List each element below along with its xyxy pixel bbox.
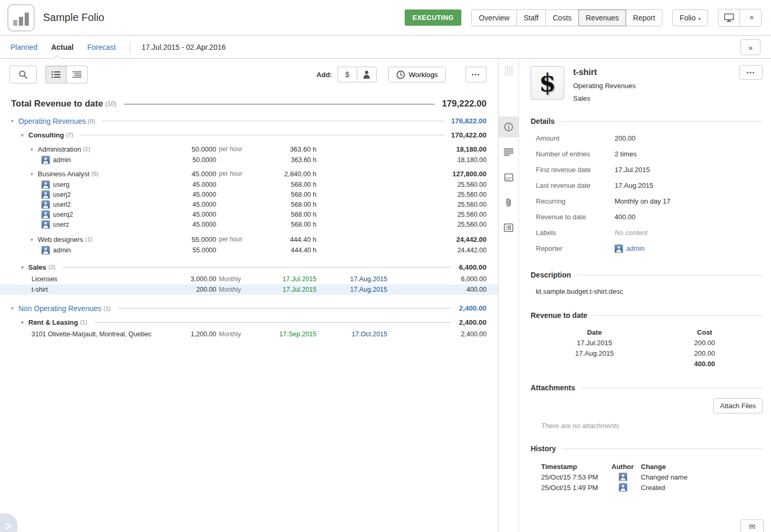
- rail-tab-description[interactable]: [499, 142, 519, 163]
- tree-row-user[interactable]: userj2 45.0000 568.00 h 25,560.00: [0, 189, 498, 199]
- tab-overview[interactable]: Overview: [471, 9, 516, 26]
- more-actions-button[interactable]: •••: [466, 67, 487, 82]
- view-tab-forecast[interactable]: Forecast: [87, 43, 115, 51]
- divider: [102, 121, 444, 121]
- view-mode-toggle: [45, 66, 88, 83]
- history-list-icon: [504, 224, 513, 232]
- tree-row-user[interactable]: userl2 45.0000 568.00 h 25,560.00: [0, 199, 498, 209]
- tree-view-button[interactable]: [66, 66, 88, 83]
- tree-row-group[interactable]: ▾ Operating Revenues (9) 176,822.00: [0, 114, 498, 128]
- tree-row-role[interactable]: ▾ Web designers (1) 55.0000 per hour 444…: [0, 233, 498, 245]
- tree-row-subgroup[interactable]: ▾ Rent & Leasing (1) 2,400.00: [0, 315, 498, 329]
- row-hours: 444.40 h: [247, 233, 316, 245]
- field-value: 2 times: [615, 150, 637, 158]
- list-view-button[interactable]: [45, 66, 67, 83]
- tree-row-role[interactable]: ▾ Administration (1) 50.0000 per hour 36…: [0, 143, 498, 155]
- row-count: (2): [48, 264, 55, 270]
- detail-more-button[interactable]: •••: [740, 65, 763, 80]
- folio-menu-button[interactable]: Folio▾: [672, 9, 708, 26]
- status-badge: EXECUTING: [405, 9, 462, 26]
- add-person-button[interactable]: [357, 67, 377, 82]
- row-rate: 45.0000: [124, 168, 216, 179]
- collapse-arrow-icon[interactable]: ▾: [30, 146, 38, 152]
- tree-row-user[interactable]: admin 50.0000 363.60 h 18,180.00: [0, 155, 498, 165]
- collapse-arrow-icon[interactable]: ▾: [21, 264, 28, 270]
- expand-panel-button[interactable]: »: [741, 39, 761, 55]
- date-range[interactable]: 17.Jul.2015 - 02.Apr.2016: [142, 43, 226, 51]
- collapse-header-button[interactable]: »: [740, 9, 762, 27]
- cell-cost: 200.00: [658, 349, 751, 357]
- tree-row-subgroup[interactable]: ▾ Consulting (7) 170,422.00: [0, 128, 498, 142]
- row-label: Business Analyst: [38, 170, 89, 178]
- view-tab-actual[interactable]: Actual: [51, 43, 73, 51]
- divider: [94, 322, 451, 323]
- divider: [118, 308, 451, 308]
- row-count: (1): [85, 236, 92, 242]
- collapse-arrow-icon[interactable]: ▾: [30, 237, 38, 242]
- cell-timestamp: 25/Oct/15 1:49 PM: [541, 484, 611, 492]
- tree-row-item-selected[interactable]: t-shirt 200.00 Monthly 17.Jul.2015 17.Au…: [0, 284, 498, 295]
- row-value: 25,560.00: [457, 219, 487, 229]
- attach-files-button[interactable]: Attach Files: [713, 398, 763, 413]
- tree-row-user[interactable]: userg 45.0000 568.00 h 25,560.00: [0, 179, 498, 189]
- search-button[interactable]: [9, 66, 37, 83]
- row-value: 18,180.00: [457, 155, 487, 165]
- row-hours: 363.60 h: [247, 143, 316, 155]
- collapse-arrow-icon[interactable]: ▾: [21, 320, 28, 325]
- rail-tab-history[interactable]: [499, 217, 519, 238]
- panel-drag-handle[interactable]: [499, 66, 519, 76]
- envelope-icon: ✉: [749, 522, 756, 531]
- tree-row-user[interactable]: admin 55.0000 444.40 h 24,442.00: [0, 245, 498, 255]
- add-expense-button[interactable]: $: [337, 67, 357, 82]
- section-heading: Attachments: [531, 384, 575, 392]
- field-label: Recurring: [536, 197, 615, 205]
- collapse-arrow-icon[interactable]: ▾: [11, 305, 18, 311]
- row-amount: 3,000.00: [124, 274, 216, 284]
- history-table: Timestamp Author Change 25/Oct/15 7:53 P…: [531, 461, 763, 493]
- cell-date: 17.Jul.2015: [531, 339, 658, 347]
- avatar: [41, 190, 50, 199]
- email-button[interactable]: ✉: [741, 519, 764, 532]
- folio-logo-icon: [7, 4, 35, 31]
- revenue-table: Date Cost 17.Jul.2015 200.00 17.Aug.2015…: [531, 327, 763, 369]
- row-value: 25,560.00: [457, 189, 487, 199]
- row-hours: 568.00 h: [247, 219, 316, 229]
- rail-tab-calendar[interactable]: [499, 167, 519, 188]
- column-header-timestamp: Timestamp: [541, 463, 611, 471]
- field-label: Amount: [536, 134, 615, 142]
- tab-costs[interactable]: Costs: [545, 9, 579, 26]
- table-row: 17.Jul.2015 200.00: [531, 337, 763, 348]
- chevrons-right-icon: »: [748, 43, 753, 52]
- tree-row-group[interactable]: ▾ Non Operating Revenues (1) 2,400.00: [0, 301, 498, 315]
- worklogs-button[interactable]: Worklogs: [388, 67, 446, 82]
- divider: [130, 41, 130, 53]
- view-tab-planned[interactable]: Planned: [10, 43, 37, 51]
- rail-tab-details[interactable]: [499, 116, 519, 137]
- reporter-link[interactable]: admin: [626, 244, 645, 252]
- tree-row-total: Total Revenue to date (10) 179,222.00: [0, 97, 498, 111]
- tree-row-user[interactable]: userq2 45.0000 568.00 h 25,560.00: [0, 209, 498, 219]
- tree-row-item[interactable]: 3101 Olivette-Marjault, Montreal, Quebec…: [0, 329, 498, 339]
- collapse-arrow-icon[interactable]: ▾: [11, 118, 18, 124]
- tree-row-user[interactable]: userz 45.0000 568.00 h 25,560.00: [0, 219, 498, 229]
- row-hours: 568.00 h: [247, 189, 316, 199]
- tab-revenues[interactable]: Revenues: [578, 9, 626, 26]
- rail-tab-attachments[interactable]: [499, 192, 519, 213]
- tree-row-subgroup[interactable]: ▾ Sales (2) 6,400.00: [0, 260, 498, 274]
- row-value: 2,400.00: [461, 329, 487, 339]
- tab-report[interactable]: Report: [626, 9, 662, 26]
- add-label: Add:: [316, 71, 332, 79]
- tree-row-item[interactable]: Licenses 3,000.00 Monthly 17.Jul.2015 17…: [0, 274, 498, 284]
- row-value: 25,560.00: [457, 199, 487, 209]
- presentation-mode-button[interactable]: [718, 9, 740, 27]
- row-value: 24,442.00: [456, 233, 487, 245]
- tab-staff[interactable]: Staff: [516, 9, 546, 26]
- section-heading: Description: [531, 271, 571, 279]
- worklogs-label: Worklogs: [409, 71, 438, 79]
- tree-row-role[interactable]: ▾ Business Analyst (5) 45.0000 per hour …: [0, 168, 498, 179]
- column-header-author: Author: [611, 463, 641, 471]
- collapse-arrow-icon[interactable]: ▾: [30, 171, 38, 177]
- collapse-arrow-icon[interactable]: ▾: [21, 132, 28, 138]
- field-value: 17.Aug.2015: [615, 182, 653, 189]
- corner-chevron-button[interactable]: >: [0, 513, 18, 532]
